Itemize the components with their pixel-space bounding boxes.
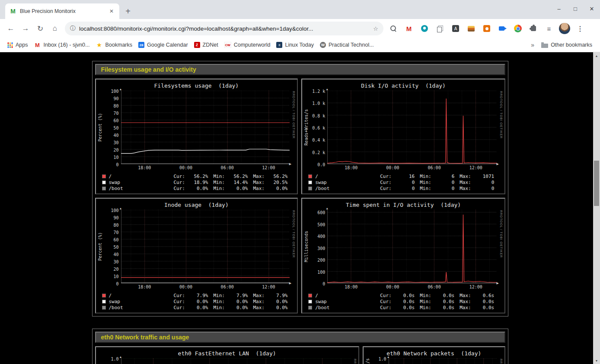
bookmark-star-icon[interactable]: ☆	[373, 25, 378, 32]
new-tab-button[interactable]: +	[122, 5, 134, 17]
ytick-label: 100	[317, 269, 325, 274]
scrollbar-up-icon[interactable]: ▲	[593, 52, 600, 59]
tab-close-icon[interactable]: ✕	[108, 8, 115, 14]
reload-button[interactable]: ↻	[33, 21, 48, 36]
legend-swatch	[102, 180, 106, 184]
copy-pages-extension-button[interactable]	[434, 22, 447, 35]
page-scrollbar[interactable]: ▲ ▼	[593, 52, 600, 364]
ytick-label: 100	[111, 89, 118, 94]
reading-list-icon: ≡	[545, 24, 553, 33]
browser-menu-button[interactable]: ⋮	[574, 22, 587, 35]
bookmark-item-bookmarks[interactable]: ★Bookmarks	[93, 40, 136, 50]
dashboard-section-0: Filesystem usage and I/O activityFilesys…	[92, 61, 508, 317]
legend-max: 0.0s	[474, 299, 494, 304]
graph-ylabel: Percent (%)	[98, 91, 104, 164]
legend-swatch	[102, 306, 106, 310]
legend-min: 0.0%	[228, 305, 248, 310]
bookmarks-overflow-chevron-icon[interactable]: »	[527, 41, 538, 48]
legend-min: 0.0%	[228, 299, 248, 304]
bookmark-item-linuxtoday[interactable]: ltLinux Today	[273, 40, 317, 50]
xtick-label: 00:00	[179, 285, 192, 289]
graph-fs-usage[interactable]: Filesystems usage (1day)Percent (%)10090…	[95, 79, 298, 194]
bookmark-item-practicaltech[interactable]: WPractical Technol...	[317, 40, 377, 50]
legend-row: /bootCur:0.0sMin:0.0sMax:0.0s	[308, 304, 501, 310]
xtick-label: 18:00	[138, 285, 151, 289]
graph-xticks: 18:0000:0006:0012:00	[121, 283, 290, 290]
legend-swatch	[102, 294, 106, 298]
dark-extension-button[interactable]: A	[449, 22, 462, 35]
graph-title: eth0 FastEthernet LAN (1day)	[98, 350, 357, 357]
browser-tab[interactable]: M Blue Precision Monitorix ✕	[5, 3, 119, 19]
forward-icon: →	[22, 24, 29, 33]
graph-ylabel: Packets/s	[365, 358, 371, 364]
ytick-label: 10	[113, 274, 118, 279]
bookmark-item-zdnet[interactable]: ZZDNet	[191, 40, 221, 50]
yaxis-arrow-icon: ▲	[326, 88, 329, 91]
teal-badge-extension-button[interactable]	[418, 22, 431, 35]
xtick-label: 12:00	[262, 285, 275, 289]
legend-name: /	[315, 293, 380, 298]
address-bar[interactable]: ⓘ localhost:8080/monitorix-cgi/monitorix…	[65, 22, 383, 35]
xtick-label: 18:00	[138, 165, 151, 170]
legend-swatch	[102, 174, 106, 178]
page-content: Filesystem usage and I/O activityFilesys…	[0, 52, 600, 364]
ytick-label: 10	[113, 155, 118, 160]
cal-icon: 28	[138, 42, 144, 48]
ytick-label: 40	[113, 133, 118, 138]
legend-swatch	[308, 306, 312, 310]
url-text[interactable]: localhost:8080/monitorix-cgi/monitorix.c…	[79, 25, 370, 32]
camera-extension-button[interactable]	[480, 22, 493, 35]
reading-list-button[interactable]: ≡	[543, 22, 555, 35]
gmail-extension-button[interactable]: M	[402, 22, 415, 35]
graph-io-time[interactable]: Time spent in I/O activity (1day)Millise…	[301, 198, 505, 313]
chrome-logo-button[interactable]	[511, 22, 524, 35]
graph-disk-io[interactable]: Disk I/O activity (1day)Reads+Writes/s1.…	[301, 79, 505, 194]
graph-title: eth0 Network packets (1day)	[365, 350, 503, 357]
profile-avatar[interactable]	[558, 22, 571, 35]
monitorix-dashboard: Filesystem usage and I/O activityFilesys…	[92, 61, 508, 364]
legend-name: swap	[109, 180, 174, 185]
xtick-label: 00:00	[179, 165, 192, 170]
bookmark-item-calendar[interactable]: 28Google Calendar	[135, 40, 191, 50]
graph-plot: ▲▶	[121, 358, 351, 364]
graph-eth0-packets[interactable]: eth0 Network packets (1day)Packets/s1.00…	[363, 346, 505, 364]
other-bookmarks-button[interactable]: Other bookmarks	[538, 40, 596, 50]
stack-extension-icon	[468, 26, 475, 32]
minimize-button[interactable]: –	[556, 6, 562, 12]
legend-name: /boot	[109, 305, 174, 310]
rrdtool-watermark: RRDTOOL / TOBI OETIKER	[351, 358, 357, 364]
graph-yticks: 1009080706050403020100	[104, 91, 121, 164]
extensions-puzzle-button[interactable]	[527, 22, 540, 35]
maximize-button[interactable]: □	[572, 6, 578, 12]
bookmark-item-computerworld[interactable]: CWComputerworld	[221, 40, 274, 50]
scrollbar-down-icon[interactable]: ▼	[593, 357, 600, 364]
xtick-label: 06:00	[428, 165, 441, 170]
bookmark-item-inbox[interactable]: MInbox (16) - sjvn0...	[31, 40, 93, 50]
stack-extension-button[interactable]	[465, 22, 478, 35]
graph-title: Filesystems usage (1day)	[98, 82, 296, 89]
graph-title: Time spent in I/O activity (1day)	[304, 202, 503, 208]
scrollbar-thumb[interactable]	[594, 161, 599, 206]
page-info-icon[interactable]: ⓘ	[70, 25, 76, 32]
legend-min: 56.2%	[228, 174, 248, 179]
forward-button[interactable]: →	[18, 21, 33, 36]
window-close-button[interactable]: ✕	[589, 6, 595, 12]
graph-eth0-lan[interactable]: eth0 FastEthernet LAN (1day)1.00.90.80.7…	[95, 346, 359, 364]
back-icon: ←	[7, 24, 15, 33]
search-extension-button[interactable]	[387, 22, 400, 35]
video-call-extension-button[interactable]	[496, 22, 509, 35]
bookmark-item-apps[interactable]: Apps	[4, 40, 31, 50]
yaxis-arrow-icon: ▲	[119, 207, 122, 210]
legend-min: 7.9%	[228, 293, 248, 298]
home-button[interactable]: ⌂	[48, 21, 62, 36]
ytick-label: 0.6 k	[312, 126, 325, 130]
legend-min: 6	[434, 174, 454, 179]
legend-cur: 56.2%	[188, 174, 208, 179]
legend-cur: 0.0s	[395, 299, 415, 304]
graph-xticks: 18:0000:0006:0012:00	[327, 164, 497, 171]
search-extension-icon	[389, 24, 398, 33]
graph-inode-usage[interactable]: Inode usage (1day)Percent (%)10090807060…	[95, 198, 298, 313]
ytick-label: 90	[113, 215, 118, 220]
legend-name: swap	[315, 299, 380, 304]
back-button[interactable]: ←	[3, 21, 18, 36]
